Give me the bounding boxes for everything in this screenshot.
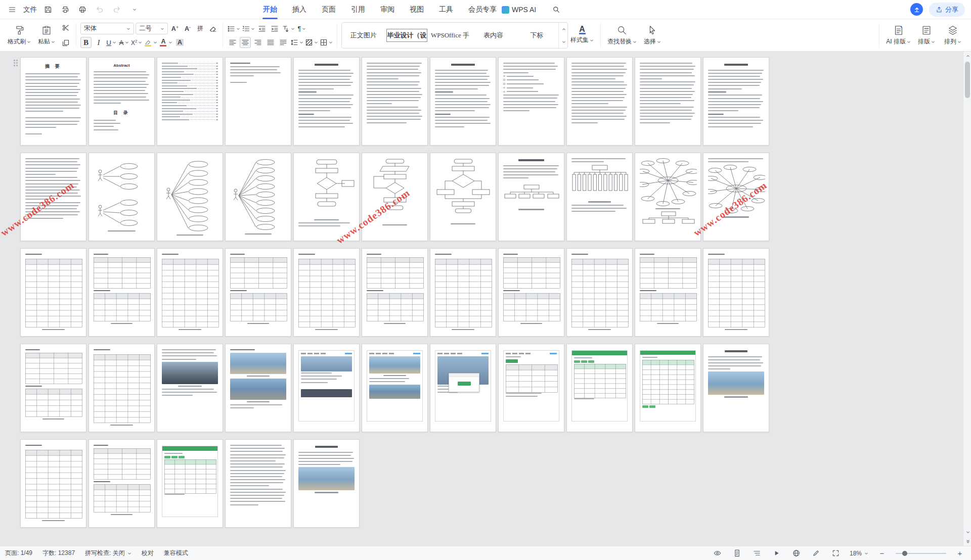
clear-format-button[interactable]: [207, 23, 218, 34]
show-paragraph-marks-button[interactable]: ¶: [296, 23, 307, 34]
page-thumbnail[interactable]: [703, 344, 769, 432]
page-thumbnail[interactable]: [498, 57, 564, 146]
page-thumbnail[interactable]: [566, 344, 633, 432]
tab-插入[interactable]: 插入: [285, 0, 314, 19]
increase-indent-button[interactable]: [269, 23, 280, 34]
style-item[interactable]: 表内容: [472, 28, 515, 43]
page-thumbnail[interactable]: [225, 57, 291, 146]
arrange-button[interactable]: 排列: [940, 22, 966, 49]
ai-typeset-button[interactable]: AI 排版: [884, 22, 913, 49]
eye-protection-button[interactable]: [712, 547, 724, 559]
pinyin-guide-button[interactable]: 拼: [195, 23, 206, 34]
tab-视图[interactable]: 视图: [402, 0, 431, 19]
tab-审阅[interactable]: 审阅: [373, 0, 402, 19]
align-left-button[interactable]: [227, 37, 238, 48]
decrease-indent-button[interactable]: [256, 23, 268, 34]
page-thumbnail[interactable]: [293, 248, 360, 337]
page-thumbnail[interactable]: [566, 57, 633, 146]
borders-button[interactable]: [320, 37, 333, 48]
page-thumbnail[interactable]: [635, 57, 701, 146]
underline-button[interactable]: U: [106, 37, 117, 48]
numbered-list-button[interactable]: [242, 23, 255, 34]
spellcheck-status[interactable]: 拼写检查: 关闭: [85, 549, 131, 557]
shading-button[interactable]: [305, 37, 318, 48]
page-thumbnail[interactable]: [89, 344, 155, 432]
zoom-in-button[interactable]: +: [954, 547, 966, 559]
share-button[interactable]: 分享: [929, 3, 965, 17]
page-thumbnail[interactable]: [498, 248, 564, 337]
text-direction-button[interactable]: [282, 23, 295, 34]
print-button[interactable]: [59, 4, 71, 16]
page-thumbnail[interactable]: [362, 57, 428, 146]
print-preview-button[interactable]: [76, 4, 89, 16]
superscript-button[interactable]: X2: [131, 37, 142, 48]
font-size-select[interactable]: 二号: [136, 23, 168, 34]
font-color-button[interactable]: A: [159, 37, 172, 48]
main-menu-button[interactable]: [6, 4, 18, 16]
scroll-down-button[interactable]: [963, 528, 971, 537]
undo-button[interactable]: [94, 4, 106, 16]
page-thumbnail[interactable]: [635, 344, 701, 432]
page-thumbnail[interactable]: [157, 439, 223, 528]
page-thumbnail[interactable]: [89, 439, 155, 528]
next-page-button[interactable]: [963, 537, 971, 546]
file-menu-button[interactable]: 文件: [23, 5, 37, 14]
page-thumbnail[interactable]: [225, 248, 291, 337]
character-shading-button[interactable]: A: [174, 37, 185, 48]
vertical-scrollbar[interactable]: [963, 52, 971, 546]
select-button[interactable]: 选择: [639, 22, 666, 49]
page-thumbnail[interactable]: [635, 153, 701, 241]
page-thumbnail[interactable]: [566, 153, 633, 241]
page-thumbnail[interactable]: [89, 153, 155, 241]
zoom-slider-thumb[interactable]: [902, 551, 907, 556]
page-thumbnail[interactable]: [566, 248, 633, 337]
fit-page-button[interactable]: [830, 547, 842, 559]
page-thumbnail[interactable]: [225, 439, 291, 528]
page-thumbnail[interactable]: [703, 248, 769, 337]
page-thumbnail[interactable]: [430, 248, 496, 337]
paste-button[interactable]: 粘贴: [33, 22, 60, 49]
bullet-list-button[interactable]: [227, 23, 240, 34]
page-thumbnail[interactable]: [225, 344, 291, 432]
page-thumbnail[interactable]: [20, 344, 86, 432]
page-thumbnail[interactable]: [20, 248, 86, 337]
page-number-indicator[interactable]: 页面: 1/49: [5, 549, 32, 557]
style-gallery-down-button[interactable]: [559, 35, 567, 48]
save-button[interactable]: [42, 4, 54, 16]
redo-button[interactable]: [111, 4, 123, 16]
page-thumbnail[interactable]: [89, 248, 155, 337]
page-thumbnail[interactable]: [498, 153, 564, 241]
style-set-button[interactable]: A 样式集: [568, 22, 596, 49]
cloud-upload-button[interactable]: [910, 3, 923, 16]
line-spacing-button[interactable]: [290, 37, 303, 48]
style-gallery-up-button[interactable]: [559, 23, 567, 35]
style-item[interactable]: 正文图片: [342, 28, 385, 43]
drag-handle-icon[interactable]: [14, 60, 18, 67]
page-thumbnail[interactable]: [157, 57, 223, 146]
page-thumbnail[interactable]: 摘 要: [20, 57, 86, 146]
web-layout-button[interactable]: [790, 547, 803, 559]
find-replace-button[interactable]: 查找替换: [605, 22, 639, 49]
style-item[interactable]: 下标: [515, 28, 558, 43]
zoom-out-button[interactable]: −: [876, 547, 888, 559]
strikethrough-button[interactable]: A: [118, 37, 129, 48]
read-mode-button[interactable]: [771, 547, 783, 559]
compatibility-mode-badge[interactable]: 兼容模式: [164, 549, 188, 557]
typeset-button[interactable]: 排版: [913, 22, 940, 49]
align-center-button[interactable]: [240, 37, 251, 48]
page-thumbnail[interactable]: [157, 248, 223, 337]
page-thumbnail[interactable]: [362, 153, 428, 241]
page-thumbnail[interactable]: [293, 153, 360, 241]
tab-wps-ai[interactable]: WPS AI: [495, 6, 543, 14]
increase-font-size-button[interactable]: A+: [169, 23, 181, 34]
page-thumbnail[interactable]: [293, 439, 360, 528]
page-thumbnail[interactable]: [430, 57, 496, 146]
style-item-selected[interactable]: 毕业设计（设: [385, 28, 429, 43]
tab-页面[interactable]: 页面: [314, 0, 343, 19]
style-item[interactable]: WPSOffice 手: [428, 28, 472, 43]
italic-button[interactable]: I: [93, 37, 104, 48]
scrollbar-thumb[interactable]: [965, 62, 970, 98]
decrease-font-size-button[interactable]: A-: [182, 23, 193, 34]
page-thumbnail[interactable]: [225, 153, 291, 241]
tab-开始[interactable]: 开始: [255, 0, 285, 19]
